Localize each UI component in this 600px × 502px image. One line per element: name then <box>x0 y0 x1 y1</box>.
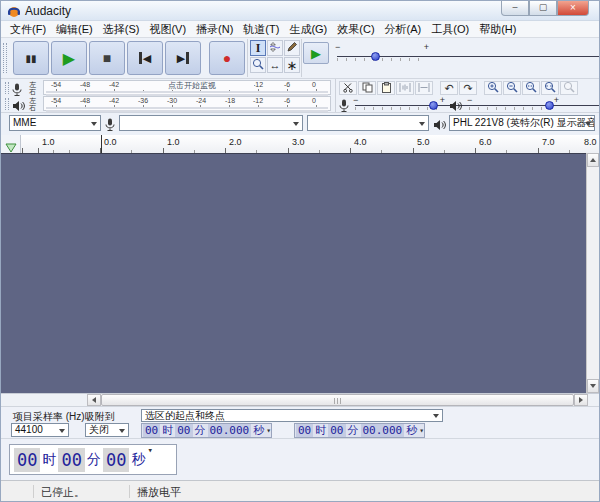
selection-start-field[interactable]: 00时 00分 00.000秒 ▾ <box>141 423 272 438</box>
playback-meter-grip[interactable] <box>5 98 9 110</box>
timeshift-tool-button[interactable]: ↔ <box>267 57 283 73</box>
chevron-down-icon[interactable]: ▾ <box>147 445 152 455</box>
menu-edit[interactable]: 编辑(E) <box>51 21 98 37</box>
playback-speed-slider[interactable]: − + <box>335 44 429 66</box>
selection-tool-button[interactable]: I <box>250 40 266 56</box>
play-at-speed-button[interactable]: ▶ <box>303 42 329 64</box>
end-hours[interactable]: 00 <box>296 424 313 437</box>
transport-toolbar-grip[interactable] <box>3 43 7 73</box>
ruler-label: 1.0 <box>167 137 180 147</box>
start-seconds[interactable]: 00.000 <box>208 424 252 437</box>
end-seconds[interactable]: 00.000 <box>361 424 405 437</box>
play-vol-thumb[interactable] <box>545 101 554 110</box>
snap-to-select[interactable]: 关闭 <box>85 423 129 437</box>
horizontal-scrollbar[interactable] <box>87 394 588 406</box>
ibeam-icon: I <box>256 41 261 56</box>
pause-button[interactable]: ▮▮ <box>13 41 49 75</box>
close-button[interactable]: × <box>557 1 589 16</box>
speed-slider-thumb[interactable] <box>371 52 380 61</box>
scroll-down-button[interactable] <box>587 379 599 393</box>
playback-device-select[interactable]: PHL 221V8 (英特尔(R) 显示器音频 <box>449 115 595 131</box>
pause-icon: ▮▮ <box>25 53 36 64</box>
timeline-ruler[interactable]: 1.0 0.0 1.0 2.0 3.0 4.0 5.0 6.0 7.0 8.0 <box>1 135 599 153</box>
play-button[interactable]: ▶ <box>51 41 87 75</box>
position-minutes[interactable]: 00 <box>58 448 84 472</box>
menu-file[interactable]: 文件(F) <box>5 21 51 37</box>
position-seconds[interactable]: 00 <box>103 448 129 472</box>
menu-effect[interactable]: 效果(C) <box>332 21 379 37</box>
playback-volume-slider[interactable]: − + <box>467 97 559 111</box>
audio-host-select[interactable]: MME <box>9 115 101 131</box>
ruler-label: 0.0 <box>104 137 117 147</box>
ruler-scale[interactable]: 1.0 0.0 1.0 2.0 3.0 4.0 5.0 6.0 7.0 8.0 <box>21 135 599 153</box>
start-minutes[interactable]: 00 <box>175 424 192 437</box>
recording-channels-select[interactable] <box>307 115 429 131</box>
chevron-down-icon[interactable]: ▾ <box>266 426 271 435</box>
chevron-down-icon[interactable]: ▾ <box>419 426 424 435</box>
cut-button[interactable] <box>339 81 357 95</box>
zoom-out-button[interactable] <box>503 81 521 95</box>
scroll-right-button[interactable] <box>574 394 588 406</box>
zoom-tool-button[interactable] <box>250 57 266 73</box>
scroll-left-button[interactable] <box>87 394 101 406</box>
paste-button[interactable] <box>377 81 395 95</box>
snap-to-value: 关闭 <box>89 424 109 435</box>
play-at-speed-icon: ▶ <box>311 46 321 61</box>
menu-generate[interactable]: 生成(G) <box>284 21 332 37</box>
zoom-toggle-button[interactable] <box>560 81 578 95</box>
copy-button[interactable] <box>358 81 376 95</box>
record-button[interactable]: ● <box>209 41 245 75</box>
menu-view[interactable]: 视图(V) <box>144 21 191 37</box>
monitor-hint-text[interactable]: 点击开始监视 <box>130 81 254 90</box>
recording-meter-scale[interactable]: -54 -48 -42 -36 -30 -24 -18 -12 -6 0 点击开… <box>43 80 331 95</box>
recording-meter-grip[interactable] <box>5 82 9 94</box>
menu-tools[interactable]: 工具(O) <box>426 21 474 37</box>
undo-button[interactable]: ↶ <box>440 81 458 95</box>
record-vol-thumb[interactable] <box>429 101 438 110</box>
multi-tool-button[interactable]: ∗ <box>284 57 300 73</box>
meter-tick: -24 <box>196 97 206 105</box>
end-minutes[interactable]: 00 <box>328 424 345 437</box>
skip-end-bar-icon <box>186 52 189 64</box>
selection-end-field[interactable]: 00时 00分 00.000秒 ▾ <box>294 423 425 438</box>
playback-meter-scale[interactable]: -54 -48 -42 -36 -30 -24 -18 -12 -6 0 <box>43 96 331 111</box>
zoom-in-button[interactable] <box>484 81 502 95</box>
project-rate-select[interactable]: 44100 <box>11 423 69 437</box>
vertical-scrollbar[interactable] <box>586 153 599 393</box>
stop-button[interactable]: ■ <box>89 41 125 75</box>
audio-position-display[interactable]: 00时 00分 00秒 ▾ <box>9 444 177 475</box>
skip-to-start-button[interactable]: ◀ <box>127 41 163 75</box>
menu-analyze[interactable]: 分析(A) <box>380 21 427 37</box>
selection-range-mode-select[interactable]: 选区的起点和终点 <box>141 409 443 422</box>
silence-audio-button[interactable] <box>415 81 433 95</box>
skip-to-end-button[interactable]: ▶ <box>165 41 201 75</box>
snap-to-label: 吸附到 <box>85 410 115 424</box>
recording-device-select[interactable] <box>119 115 303 131</box>
position-hours[interactable]: 00 <box>14 448 40 472</box>
scroll-up-button[interactable] <box>587 153 599 167</box>
start-hours[interactable]: 00 <box>143 424 160 437</box>
play-vol-track[interactable] <box>469 105 600 106</box>
recording-meter[interactable]: 左右 -54 -48 -42 -36 -30 -24 -18 -12 -6 0 … <box>3 80 333 96</box>
status-divider <box>129 485 130 498</box>
menu-select[interactable]: 选择(S) <box>98 21 145 37</box>
zoom-to-selection-button[interactable] <box>522 81 540 95</box>
envelope-tool-button[interactable] <box>267 40 283 56</box>
minimize-button[interactable]: – <box>501 1 529 16</box>
menu-transport[interactable]: 播录(N) <box>191 21 238 37</box>
menu-help[interactable]: 帮助(H) <box>474 21 521 37</box>
zoom-selection-icon <box>525 79 537 97</box>
recording-volume-slider[interactable]: − + <box>353 97 445 111</box>
pin-playhead-button[interactable] <box>1 135 21 153</box>
trim-audio-button[interactable] <box>396 81 414 95</box>
fit-project-button[interactable] <box>541 81 559 95</box>
minutes-unit: 分 <box>87 451 101 469</box>
horizontal-scroll-thumb[interactable] <box>101 394 574 406</box>
track-area[interactable] <box>1 153 600 393</box>
redo-button[interactable]: ↷ <box>459 81 477 95</box>
draw-tool-button[interactable] <box>284 40 300 56</box>
maximize-button[interactable]: ▢ <box>529 1 557 16</box>
status-state-text: 已停止。 <box>41 485 85 500</box>
playback-meter[interactable]: 左右 -54 -48 -42 -36 -30 -24 -18 -12 -6 0 <box>3 96 333 112</box>
menu-tracks[interactable]: 轨道(T) <box>238 21 284 37</box>
